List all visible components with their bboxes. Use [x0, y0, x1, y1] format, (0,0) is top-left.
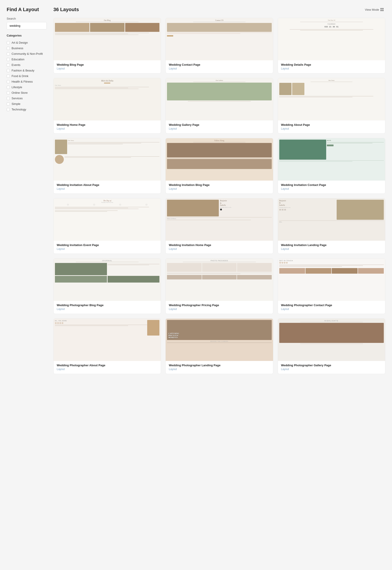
layout-type: Layout: [57, 368, 158, 371]
layout-preview: Follow Along: [166, 138, 273, 180]
layout-preview: Our Gallery: [166, 78, 273, 120]
layout-card[interactable]: Benjamin & Isabella Sunday April in era …: [278, 198, 385, 254]
layouts-count: 36 Layouts: [53, 7, 79, 13]
layout-name: Wedding Home Page: [57, 123, 158, 126]
category-item[interactable]: Business: [7, 45, 47, 51]
layout-name: Wedding Invitation Blog Page: [169, 183, 270, 187]
category-label: Lifestyle: [12, 86, 22, 89]
layout-card[interactable]: JOURNAL Wedding Photographer Blog PageLa…: [53, 258, 161, 314]
layout-card[interactable]: Our Story Wedding Invitation About PageL…: [53, 138, 161, 194]
layout-card[interactable]: Contact US Wedding Contact PageLayout: [166, 18, 273, 74]
category-checkbox[interactable]: [7, 41, 10, 44]
category-checkbox[interactable]: [7, 52, 10, 55]
layout-card[interactable]: Our Story Wedding About PageLayout: [278, 78, 385, 134]
category-label: Education: [12, 58, 25, 61]
category-item[interactable]: Online Store: [7, 90, 47, 95]
category-label: Online Store: [12, 91, 28, 94]
category-item[interactable]: Food & Drink: [7, 73, 47, 79]
layout-type: Layout: [169, 247, 270, 251]
layout-info: Wedding Invitation About PageLayout: [54, 180, 161, 194]
layout-card[interactable]: HI, I'M JOHN Wedding Photographer About …: [53, 318, 161, 374]
category-item[interactable]: Services: [7, 95, 47, 101]
layout-type: Layout: [281, 307, 382, 311]
layout-info: Wedding Invitation Home PageLayout: [166, 241, 273, 254]
category-item[interactable]: Community & Non-Profit: [7, 51, 47, 57]
category-item[interactable]: Lifestyle: [7, 84, 47, 90]
layout-info: Wedding Photographer Gallery PageLayout: [278, 361, 385, 374]
layout-type: Layout: [169, 67, 270, 70]
main-header: 36 Layouts View Mode: [53, 7, 385, 13]
category-checkbox[interactable]: [7, 47, 10, 50]
category-label: Health & Fitness: [12, 80, 33, 83]
category-item[interactable]: Events: [7, 62, 47, 68]
layout-card[interactable]: Our Gallery Wedding Gallery PageLayout: [166, 78, 273, 134]
category-item[interactable]: Fashion & Beauty: [7, 68, 47, 73]
category-checkbox[interactable]: [7, 80, 10, 83]
category-checkbox[interactable]: [7, 75, 10, 78]
layout-card[interactable]: Our Blog Wedding Blog PageLayout: [53, 18, 161, 74]
layout-card[interactable]: GET IN TOUCH Wedding P: [278, 258, 385, 314]
category-item[interactable]: Education: [7, 57, 47, 62]
layout-card[interactable]: Mick & Della Our Story Wedding Home Page…: [53, 78, 161, 134]
layout-type: Layout: [281, 187, 382, 190]
category-checkbox[interactable]: [7, 58, 10, 61]
layout-card[interactable]: HIGHLIGHTS Wedding Photographer Gallery …: [278, 318, 385, 374]
layout-preview: Our Story: [54, 138, 161, 180]
layout-card[interactable]: Follow Along Wedding Invitation Blog Pag…: [166, 138, 273, 194]
layout-name: Wedding About Page: [281, 123, 382, 126]
layout-preview: HIGHLIGHTS: [278, 319, 385, 361]
category-checkbox[interactable]: [7, 103, 10, 105]
layout-card[interactable]: CAPTURINGPRICELESSMOMENTS BEHIND THE CAM…: [166, 318, 273, 374]
search-input[interactable]: [7, 22, 47, 30]
layout-preview: HI, I'M JOHN: [54, 319, 161, 361]
grid-view-icon: [380, 8, 384, 11]
layout-name: Wedding Invitation Home Page: [169, 243, 270, 247]
layout-card[interactable]: PHOTO PACKAGES Wedding Photographer Pric…: [166, 258, 273, 314]
layout-name: Wedding Photographer Pricing Page: [169, 303, 270, 307]
layout-name: Wedding Photographer Gallery Page: [281, 364, 382, 367]
layout-card[interactable]: The Day Of Countdown 033 21 36 01 Weddin…: [278, 18, 385, 74]
layout-info: Wedding Blog PageLayout: [54, 60, 161, 73]
categories-title: Categories: [7, 34, 47, 37]
layout-preview: Contact US: [166, 18, 273, 60]
layout-preview: Benjamin & Isabella Sunday April in era …: [166, 198, 273, 241]
layout-name: Wedding Contact Page: [169, 63, 270, 66]
category-checkbox[interactable]: [7, 97, 10, 100]
category-checkbox[interactable]: [7, 108, 10, 111]
view-mode-label: View Mode: [365, 8, 379, 11]
category-checkbox[interactable]: [7, 91, 10, 94]
layout-info: Wedding Photographer Pricing PageLayout: [166, 301, 273, 314]
layout-card[interactable]: Benjamin & Isabella Sunday April in era …: [166, 198, 273, 254]
layout-preview: GET IN TOUCH: [278, 258, 385, 301]
layout-type: Layout: [57, 247, 158, 251]
category-item[interactable]: Technology: [7, 107, 47, 112]
layout-info: Wedding Photographer Landing PageLayout: [166, 361, 273, 374]
layout-info: Wedding Invitation Blog PageLayout: [166, 180, 273, 194]
category-checkbox[interactable]: [7, 86, 10, 89]
category-item[interactable]: Simple: [7, 101, 47, 107]
layout-card[interactable]: RSVP Wedding Invitation Contact PageLayo…: [278, 138, 385, 194]
layout-info: Wedding Gallery PageLayout: [166, 120, 273, 133]
layout-name: Wedding Details Page: [281, 63, 382, 66]
layout-type: Layout: [281, 67, 382, 70]
category-item[interactable]: Health & Fitness: [7, 79, 47, 84]
category-item[interactable]: Art & Design: [7, 40, 47, 45]
main-content: 36 Layouts View Mode Our Blog: [53, 7, 385, 563]
view-mode-button[interactable]: View Mode: [363, 7, 385, 12]
layout-type: Layout: [57, 307, 158, 311]
layout-preview: PHOTO PACKAGES: [166, 258, 273, 301]
category-label: Simple: [12, 102, 20, 105]
layout-name: Wedding Blog Page: [57, 63, 158, 66]
category-checkbox[interactable]: [7, 63, 10, 67]
category-checkbox[interactable]: [7, 69, 10, 72]
layout-preview: Our Blog: [54, 18, 161, 60]
layout-card[interactable]: The Day of Sunday April So Are ☐ ☐ ☐ ☐ W…: [53, 198, 161, 254]
layout-info: Wedding Invitation Contact PageLayout: [278, 180, 385, 194]
layout-type: Layout: [57, 187, 158, 190]
category-label: Art & Design: [12, 41, 28, 44]
layout-preview: JOURNAL: [54, 258, 161, 301]
layout-info: Wedding About PageLayout: [278, 120, 385, 133]
search-label: Search: [7, 17, 47, 20]
layout-type: Layout: [169, 187, 270, 190]
layout-type: Layout: [57, 127, 158, 130]
